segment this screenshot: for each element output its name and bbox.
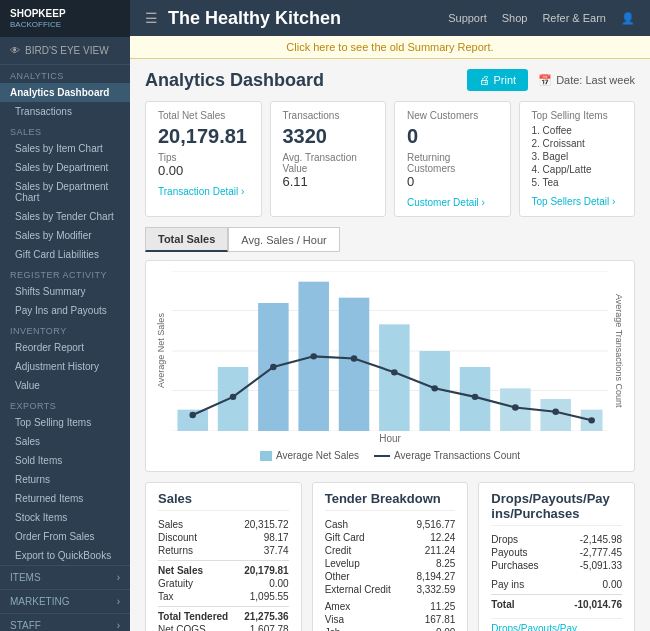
- sidebar-item-pay-ins[interactable]: Pay Ins and Payouts: [0, 301, 130, 320]
- levelup-value: 8.25: [436, 558, 455, 569]
- transaction-detail-link[interactable]: Transaction Detail ›: [158, 186, 249, 197]
- net-sales-value: 20,179.81: [244, 565, 289, 576]
- sidebar-item-returns[interactable]: Returns: [0, 470, 130, 489]
- sidebar-group-staff-label: STAFF: [10, 620, 41, 631]
- notif-text: Click here to see the old Summary Report…: [286, 41, 493, 53]
- chart-x-label: Hour: [156, 433, 624, 444]
- sidebar-group-marketing[interactable]: MARKETING ›: [0, 589, 130, 613]
- sidebar-item-top-selling[interactable]: Top Selling Items: [0, 413, 130, 432]
- sidebar-item-sales-by-dept[interactable]: Sales by Department: [0, 158, 130, 177]
- sidebar-section-analytics: ANALYTICS: [0, 65, 130, 83]
- sales-row-net-sales: Net Sales 20,179.81: [158, 560, 289, 576]
- tender-row-cash: Cash 9,516.77: [325, 519, 456, 530]
- logo-sub: BACKOFFICE: [10, 20, 66, 29]
- print-button[interactable]: 🖨 Print: [467, 69, 528, 91]
- main-area: ☰ The Healthy Kitchen Support Shop Refer…: [130, 0, 650, 631]
- tab-avg-sales-hour[interactable]: Avg. Sales / Hour: [228, 227, 339, 252]
- card-transactions: Transactions 3320 Avg. Transaction Value…: [270, 101, 387, 217]
- sidebar-item-order-from-sales[interactable]: Order From Sales: [0, 527, 130, 546]
- chart-svg: [172, 271, 608, 431]
- shop-link[interactable]: Shop: [502, 12, 528, 24]
- sidebar-item-sales-tender-chart[interactable]: Sales by Tender Chart: [0, 207, 130, 226]
- support-link[interactable]: Support: [448, 12, 487, 24]
- drops-detail-link[interactable]: Drops/Payouts/Pay ins/Purchases Detail ›: [491, 618, 622, 631]
- purchases-label: Purchases: [491, 560, 538, 571]
- drops-total-value: -10,014.76: [574, 599, 622, 610]
- tender-row-giftcard: Gift Card 12.24: [325, 532, 456, 543]
- sidebar-item-analytics-dashboard[interactable]: Analytics Dashboard: [0, 83, 130, 102]
- summary-cards: Total Net Sales 20,179.81 Tips 0.00 Tran…: [145, 101, 635, 217]
- chart-area: [172, 271, 608, 431]
- sidebar-group-staff[interactable]: STAFF ›: [0, 613, 130, 631]
- content-area: Analytics Dashboard 🖨 Print 📅 Date: Last…: [130, 59, 650, 631]
- tab-total-sales[interactable]: Total Sales: [145, 227, 228, 252]
- hamburger-icon[interactable]: ☰: [145, 10, 158, 26]
- svg-point-18: [270, 364, 277, 370]
- sidebar-item-export-quickbooks[interactable]: Export to QuickBooks: [0, 546, 130, 565]
- svg-point-20: [351, 355, 358, 361]
- total-net-sales-value: 20,179.81: [158, 125, 249, 148]
- svg-point-24: [512, 404, 519, 410]
- sidebar-item-shifts[interactable]: Shifts Summary: [0, 282, 130, 301]
- drops-total-label: Total: [491, 599, 514, 610]
- top-sellers-detail-link[interactable]: Top Sellers Detail ›: [532, 196, 623, 207]
- tender-section-title: Tender Breakdown: [325, 491, 456, 511]
- refer-link[interactable]: Refer & Earn: [542, 12, 606, 24]
- drops-label: Drops: [491, 534, 518, 545]
- giftcard-label: Gift Card: [325, 532, 365, 543]
- legend-bar-box: [260, 451, 272, 461]
- discount-label: Discount: [158, 532, 197, 543]
- sidebar-item-sales-by-modifier[interactable]: Sales by Modifier: [0, 226, 130, 245]
- drops-section: Drops/Payouts/Pay ins/Purchases Drops -2…: [478, 482, 635, 631]
- sidebar-item-gift-card[interactable]: Gift Card Liabilities: [0, 245, 130, 264]
- sales-row-tax: Tax 1,095.55: [158, 591, 289, 602]
- drops-value: -2,145.98: [580, 534, 622, 545]
- sidebar-item-reorder[interactable]: Reorder Report: [0, 338, 130, 357]
- levelup-label: Levelup: [325, 558, 360, 569]
- sidebar-item-transactions[interactable]: Transactions: [0, 102, 130, 121]
- tender-card-breakdown: Amex 11.25 Visa 167.81 Jcb 0.00 Diners C…: [325, 601, 456, 631]
- tender-row-ext-credit: External Credit 3,332.59: [325, 584, 456, 595]
- purchases-value: -5,091.33: [580, 560, 622, 571]
- sidebar-item-returned-items[interactable]: Returned Items: [0, 489, 130, 508]
- avg-trans-label: Avg. Transaction Value: [283, 152, 374, 174]
- discount-value: 98.17: [264, 532, 289, 543]
- sidebar-group-items[interactable]: ITEMS ›: [0, 565, 130, 589]
- cash-value: 9,516.77: [416, 519, 455, 530]
- sidebar-item-sales-dept-chart[interactable]: Sales by Department Chart: [0, 177, 130, 207]
- customer-detail-link[interactable]: Customer Detail ›: [407, 197, 498, 208]
- top-seller-5: 5. Tea: [532, 177, 623, 188]
- jcb-value: 0.00: [436, 627, 455, 631]
- avg-trans-value: 6.11: [283, 174, 374, 189]
- total-tendered-value: 21,275.36: [244, 611, 289, 622]
- sidebar-group-items-label: ITEMS: [10, 572, 41, 583]
- chevron-down-icon: ›: [117, 596, 120, 607]
- top-seller-1: 1. Coffee: [532, 125, 623, 136]
- total-net-sales-label: Total Net Sales: [158, 110, 249, 121]
- payouts-label: Payouts: [491, 547, 527, 558]
- svg-rect-9: [339, 298, 370, 431]
- tender-row-credit: Credit 211.24: [325, 545, 456, 556]
- user-icon[interactable]: 👤: [621, 12, 635, 25]
- giftcard-value: 12.24: [430, 532, 455, 543]
- notification-bar[interactable]: Click here to see the old Summary Report…: [130, 36, 650, 59]
- returns-label: Returns: [158, 545, 193, 556]
- sidebar-item-stock-items[interactable]: Stock Items: [0, 508, 130, 527]
- sidebar-item-birds-eye[interactable]: 👁 BIRD'S EYE VIEW: [0, 37, 130, 65]
- sidebar-item-adjustment[interactable]: Adjustment History: [0, 357, 130, 376]
- sidebar-item-sales-export[interactable]: Sales: [0, 432, 130, 451]
- svg-point-17: [230, 394, 237, 400]
- gratuity-value: 0.00: [269, 578, 288, 589]
- drops-row-pay-ins: Pay ins 0.00: [491, 579, 622, 590]
- drops-row-total: Total -10,014.76: [491, 594, 622, 610]
- drops-row-payouts: Payouts -2,777.45: [491, 547, 622, 558]
- chart-legend: Average Net Sales Average Transactions C…: [156, 450, 624, 461]
- sidebar-item-sales-by-item[interactable]: Sales by Item Chart: [0, 139, 130, 158]
- chevron-down-icon: ›: [117, 620, 120, 631]
- sidebar-item-value[interactable]: Value: [0, 376, 130, 395]
- sales-row-sales: Sales 20,315.72: [158, 519, 289, 530]
- legend-bar-label: Average Net Sales: [276, 450, 359, 461]
- sales-row-returns: Returns 37.74: [158, 545, 289, 556]
- visa-value: 167.81: [425, 614, 456, 625]
- sidebar-item-sold-items[interactable]: Sold Items: [0, 451, 130, 470]
